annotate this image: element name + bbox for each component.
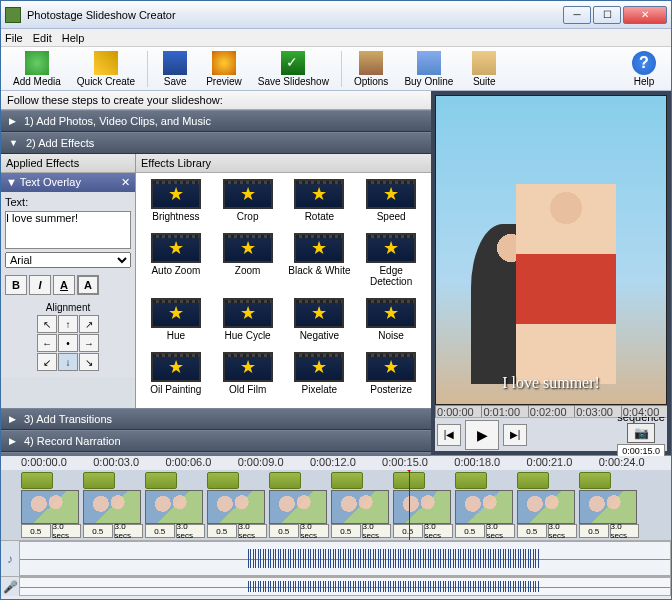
bold-button[interactable]: B	[5, 275, 27, 295]
fade-duration[interactable]: 0.5	[455, 524, 485, 538]
align-tc[interactable]: ↑	[58, 315, 78, 333]
timeline-ruler[interactable]: 0:00:00.00:00:03.00:00:06.00:00:09.00:00…	[1, 456, 671, 470]
text-overlay-item[interactable]: ▼ Text Overlay✕	[1, 173, 135, 192]
maximize-button[interactable]: ☐	[593, 6, 621, 24]
options-button[interactable]: Options	[348, 49, 394, 89]
clip[interactable]: 0.53.0 secs	[455, 472, 515, 538]
effect-item[interactable]: Crop	[214, 179, 282, 229]
close-button[interactable]: ✕	[623, 6, 667, 24]
step-2[interactable]: ▼2) Add Effects	[1, 132, 431, 154]
clip[interactable]: 0.53.0 secs	[393, 472, 453, 538]
effect-item[interactable]: Speed	[357, 179, 425, 229]
fade-duration[interactable]: 0.5	[207, 524, 237, 538]
snapshot-button[interactable]: 📷	[627, 423, 655, 443]
quick-create-button[interactable]: Quick Create	[71, 49, 141, 89]
align-bl[interactable]: ↙	[37, 353, 57, 371]
effect-item[interactable]: Brightness	[142, 179, 210, 229]
effect-item[interactable]: Posterize	[357, 352, 425, 402]
audio-track[interactable]: ♪	[1, 540, 671, 576]
effect-item[interactable]: Negative	[286, 298, 354, 348]
help-button[interactable]: ?Help	[623, 49, 665, 89]
add-media-button[interactable]: Add Media	[7, 49, 67, 89]
effect-item[interactable]: Pixelate	[286, 352, 354, 402]
align-mc[interactable]: •	[58, 334, 78, 352]
align-tl[interactable]: ↖	[37, 315, 57, 333]
narration-waveform[interactable]	[19, 577, 671, 596]
clip-duration[interactable]: 3.0 secs	[424, 524, 454, 538]
underline-button[interactable]: A	[53, 275, 75, 295]
playhead[interactable]	[409, 470, 410, 540]
clip[interactable]: 0.53.0 secs	[83, 472, 143, 538]
clip-duration[interactable]: 3.0 secs	[52, 524, 82, 538]
effect-item[interactable]: Old Film	[214, 352, 282, 402]
clip-duration[interactable]: 3.0 secs	[362, 524, 392, 538]
transition-handle[interactable]	[83, 472, 115, 489]
preview-button[interactable]: Preview	[200, 49, 248, 89]
buy-online-button[interactable]: Buy Online	[398, 49, 459, 89]
clip-duration[interactable]: 3.0 secs	[548, 524, 578, 538]
effect-item[interactable]: Zoom	[214, 233, 282, 294]
step-4[interactable]: ▶4) Record Narration	[1, 430, 431, 452]
clip[interactable]: 0.53.0 secs	[269, 472, 329, 538]
align-br[interactable]: ↘	[79, 353, 99, 371]
fade-duration[interactable]: 0.5	[393, 524, 423, 538]
clip[interactable]: 0.53.0 secs	[21, 472, 81, 538]
minimize-button[interactable]: ─	[563, 6, 591, 24]
clip-duration[interactable]: 3.0 secs	[300, 524, 330, 538]
effect-item[interactable]: Black & White	[286, 233, 354, 294]
effect-item[interactable]: Hue Cycle	[214, 298, 282, 348]
fade-duration[interactable]: 0.5	[579, 524, 609, 538]
transition-handle[interactable]	[269, 472, 301, 489]
waveform[interactable]	[19, 541, 671, 576]
effect-item[interactable]: Noise	[357, 298, 425, 348]
align-mr[interactable]: →	[79, 334, 99, 352]
effect-item[interactable]: Rotate	[286, 179, 354, 229]
close-icon[interactable]: ✕	[121, 176, 130, 189]
menu-edit[interactable]: Edit	[33, 32, 52, 44]
effect-item[interactable]: Hue	[142, 298, 210, 348]
fade-duration[interactable]: 0.5	[517, 524, 547, 538]
transition-handle[interactable]	[331, 472, 363, 489]
align-ml[interactable]: ←	[37, 334, 57, 352]
transition-handle[interactable]	[579, 472, 611, 489]
clip-duration[interactable]: 3.0 secs	[114, 524, 144, 538]
text-overlay-input[interactable]	[5, 211, 131, 249]
transition-handle[interactable]	[517, 472, 549, 489]
fade-duration[interactable]: 0.5	[269, 524, 299, 538]
clip[interactable]: 0.53.0 secs	[207, 472, 267, 538]
align-tr[interactable]: ↗	[79, 315, 99, 333]
transition-handle[interactable]	[207, 472, 239, 489]
menu-help[interactable]: Help	[62, 32, 85, 44]
step-1[interactable]: ▶1) Add Photos, Video Clips, and Music	[1, 110, 431, 132]
transition-handle[interactable]	[145, 472, 177, 489]
clip-duration[interactable]: 3.0 secs	[238, 524, 268, 538]
effect-item[interactable]: Oil Painting	[142, 352, 210, 402]
fade-duration[interactable]: 0.5	[21, 524, 51, 538]
transition-handle[interactable]	[21, 472, 53, 489]
menu-file[interactable]: File	[5, 32, 23, 44]
narration-track[interactable]: 🎤	[1, 576, 671, 596]
clip-duration[interactable]: 3.0 secs	[486, 524, 516, 538]
box-button[interactable]: A	[77, 275, 99, 295]
suite-button[interactable]: Suite	[463, 49, 505, 89]
clip-duration[interactable]: 3.0 secs	[610, 524, 640, 538]
play-button[interactable]: ▶	[465, 420, 499, 450]
transition-handle[interactable]	[455, 472, 487, 489]
fade-duration[interactable]: 0.5	[145, 524, 175, 538]
clips-track[interactable]: 0.53.0 secs0.53.0 secs0.53.0 secs0.53.0 …	[1, 470, 671, 540]
save-button[interactable]: Save	[154, 49, 196, 89]
save-slideshow-button[interactable]: Save Slideshow	[252, 49, 335, 89]
clip[interactable]: 0.53.0 secs	[145, 472, 205, 538]
clip-duration[interactable]: 3.0 secs	[176, 524, 206, 538]
italic-button[interactable]: I	[29, 275, 51, 295]
align-bc[interactable]: ↓	[58, 353, 78, 371]
fade-duration[interactable]: 0.5	[83, 524, 113, 538]
next-button[interactable]: ▶|	[503, 424, 527, 446]
prev-button[interactable]: |◀	[437, 424, 461, 446]
step-3[interactable]: ▶3) Add Transitions	[1, 408, 431, 430]
effect-item[interactable]: Auto Zoom	[142, 233, 210, 294]
effect-item[interactable]: Edge Detection	[357, 233, 425, 294]
font-select[interactable]: Arial	[5, 252, 131, 268]
clip[interactable]: 0.53.0 secs	[517, 472, 577, 538]
clip[interactable]: 0.53.0 secs	[579, 472, 639, 538]
